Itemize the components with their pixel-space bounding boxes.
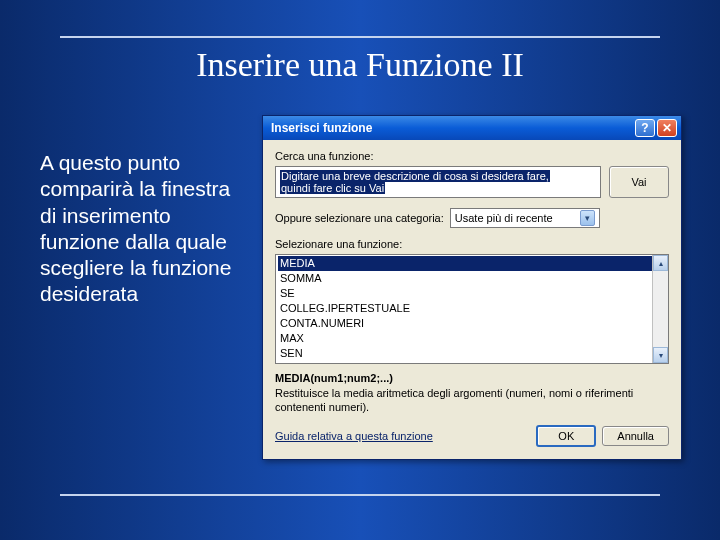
function-signature: MEDIA(num1;num2;...) [275, 372, 669, 384]
search-text-line1: Digitare una breve descrizione di cosa s… [280, 170, 550, 182]
scroll-up-icon[interactable]: ▴ [653, 255, 668, 271]
category-label: Oppure selezionare una categoria: [275, 212, 444, 224]
slide-body-text: A questo punto comparirà la finestra di … [40, 150, 240, 308]
close-button[interactable]: ✕ [657, 119, 677, 137]
rule-top [60, 36, 660, 38]
function-description: Restituisce la media aritmetica degli ar… [275, 387, 669, 415]
function-list-inner: MEDIA SOMMA SE COLLEG.IPERTESTUALE CONTA… [276, 255, 668, 362]
rule-bottom [60, 494, 660, 496]
list-item[interactable]: COLLEG.IPERTESTUALE [278, 301, 666, 316]
ok-button[interactable]: OK [536, 425, 596, 447]
help-button[interactable]: ? [635, 119, 655, 137]
dialog-title: Inserisci funzione [271, 121, 633, 135]
help-link[interactable]: Guida relativa a questa funzione [275, 430, 530, 442]
list-item[interactable]: SE [278, 286, 666, 301]
list-item[interactable]: SOMMA [278, 271, 666, 286]
select-function-label: Selezionare una funzione: [275, 238, 669, 250]
chevron-down-icon: ▾ [580, 210, 595, 226]
function-listbox[interactable]: MEDIA SOMMA SE COLLEG.IPERTESTUALE CONTA… [275, 254, 669, 364]
slide-title: Inserire una Funzione II [0, 46, 720, 84]
search-text-line2: quindi fare clic su Vai [280, 182, 385, 194]
list-item[interactable]: MEDIA [278, 256, 666, 271]
list-item[interactable]: CONTA.NUMERI [278, 316, 666, 331]
search-label: Cerca una funzione: [275, 150, 669, 162]
list-item[interactable]: SEN [278, 346, 666, 361]
category-select[interactable]: Usate più di recente ▾ [450, 208, 600, 228]
category-value: Usate più di recente [455, 212, 553, 224]
list-item[interactable]: MAX [278, 331, 666, 346]
search-input[interactable]: Digitare una breve descrizione di cosa s… [275, 166, 601, 198]
go-button[interactable]: Vai [609, 166, 669, 198]
insert-function-dialog: Inserisci funzione ? ✕ Cerca una funzion… [262, 115, 682, 460]
scroll-down-icon[interactable]: ▾ [653, 347, 668, 363]
dialog-body: Cerca una funzione: Digitare una breve d… [263, 140, 681, 459]
cancel-button[interactable]: Annulla [602, 426, 669, 446]
dialog-titlebar[interactable]: Inserisci funzione ? ✕ [263, 116, 681, 140]
scrollbar[interactable]: ▴ ▾ [652, 255, 668, 363]
